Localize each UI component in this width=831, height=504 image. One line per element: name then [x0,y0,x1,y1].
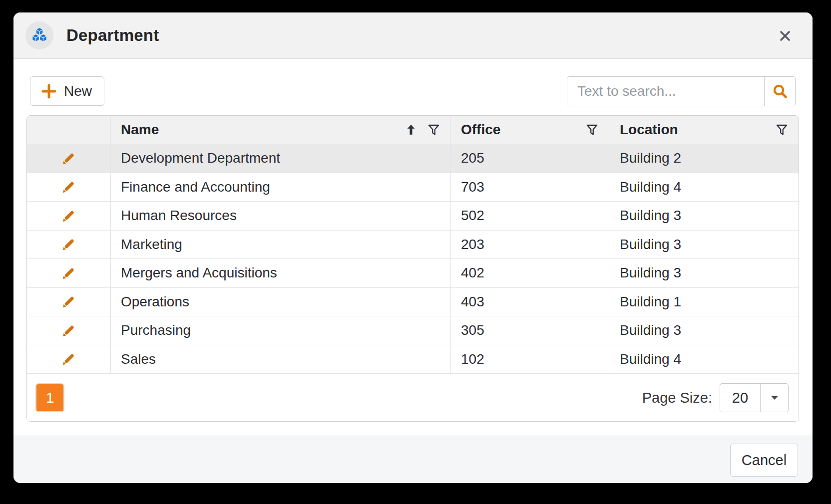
edit-button[interactable] [61,294,76,309]
filter-icon[interactable] [585,123,599,137]
cell-location: Building 4 [609,345,799,374]
cell-location: Building 3 [609,202,799,230]
cell-name: Mergers and Acquisitions [111,259,451,287]
page-1-button[interactable]: 1 [35,383,64,412]
cell-office: 203 [451,231,609,259]
table-row[interactable]: Operations 403 Building 1 [27,288,799,317]
cell-location: Building 2 [609,144,799,173]
filter-icon[interactable] [427,123,440,137]
edit-button[interactable] [61,265,76,281]
page-size-control: Page Size: 20 [642,383,789,412]
edit-button[interactable] [61,237,76,252]
cell-office: 305 [451,316,609,345]
edit-button[interactable] [61,151,76,166]
search-input[interactable] [567,77,764,106]
edit-pencil-icon [61,294,76,309]
table-row[interactable]: Human Resources 502 Building 3 [27,202,799,231]
cell-location: Building 3 [609,259,799,287]
cell-name: Sales [111,345,451,374]
table-row[interactable]: Finance and Accounting 703 Building 4 [27,173,799,202]
pagination-bar: 1 Page Size: 20 [27,374,799,422]
edit-button[interactable] [61,208,76,224]
close-icon [778,28,793,43]
page-size-select[interactable]: 20 [720,383,789,412]
close-button[interactable] [773,24,797,48]
page-size-label: Page Size: [642,390,712,406]
search-icon [772,83,789,100]
table-body: Development Department 205 Building 2 Fi… [27,144,799,374]
edit-button[interactable] [61,323,76,338]
department-cubes-icon [30,26,48,44]
new-button-label: New [64,83,92,99]
column-label-location: Location [620,122,678,138]
cell-name: Marketing [111,231,451,259]
cell-office: 402 [451,259,609,287]
cell-name: Purchasing [111,316,451,345]
header-cell-edit [27,116,111,144]
cell-location: Building 3 [609,316,799,345]
dialog-footer: Cancel [13,436,813,483]
header-cell-location[interactable]: Location [609,116,799,144]
edit-button[interactable] [61,179,76,195]
avatar [25,21,53,49]
edit-pencil-icon [61,351,76,367]
cell-location: Building 1 [609,288,799,316]
chevron-down-icon [760,384,788,412]
sort-ascending-icon[interactable] [405,123,417,136]
edit-pencil-icon [61,237,76,252]
department-dialog: Department New Name [13,12,813,483]
header-cell-name[interactable]: Name [111,116,451,144]
table-header-row: Name Office Loc [27,116,799,144]
cell-name: Finance and Accounting [111,173,451,202]
edit-pencil-icon [61,323,76,338]
dialog-title: Department [66,26,159,45]
cell-office: 205 [451,144,609,173]
table-row[interactable]: Purchasing 305 Building 3 [27,316,799,345]
edit-pencil-icon [61,151,76,166]
new-button[interactable]: New [30,76,104,106]
table-row[interactable]: Development Department 205 Building 2 [27,144,799,173]
cell-name: Development Department [111,144,451,173]
cell-name: Human Resources [111,202,451,230]
cell-name: Operations [111,288,451,316]
search-box [567,76,796,106]
cell-office: 403 [451,288,609,316]
plus-icon [40,83,57,100]
dialog-header: Department [13,12,813,59]
filter-icon[interactable] [775,123,789,137]
table-row[interactable]: Sales 102 Building 4 [27,345,799,374]
cell-office: 102 [451,345,609,374]
search-button[interactable] [764,77,795,106]
table-row[interactable]: Mergers and Acquisitions 402 Building 3 [27,259,799,288]
table-row[interactable]: Marketing 203 Building 3 [27,231,799,259]
edit-pencil-icon [61,179,76,195]
column-label-name: Name [121,122,159,138]
cell-office: 703 [451,173,609,202]
edit-pencil-icon [61,265,76,281]
departments-table: Name Office Loc [26,115,799,422]
cell-location: Building 3 [609,231,799,259]
header-cell-office[interactable]: Office [451,116,609,144]
edit-button[interactable] [61,351,76,367]
edit-pencil-icon [61,208,76,224]
cell-office: 502 [451,202,609,230]
column-label-office: Office [461,122,500,138]
page-size-value: 20 [720,384,760,412]
cancel-button[interactable]: Cancel [730,444,798,477]
cell-location: Building 4 [609,173,799,202]
